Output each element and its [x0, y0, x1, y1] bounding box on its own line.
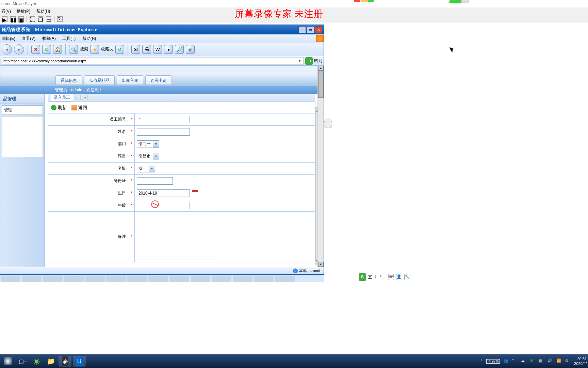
edit-button[interactable]: W [153, 45, 162, 54]
tray-chevron-icon[interactable]: ˄ [481, 359, 483, 364]
ime-toolbar[interactable]: S 五 ☾ °， ⌨ 👤 🔧 [359, 273, 410, 281]
minimize-button[interactable]: ─ [298, 26, 306, 33]
assistant-icon[interactable] [324, 119, 332, 128]
forward-button[interactable]: ► [14, 44, 24, 55]
remark-textarea[interactable] [137, 214, 213, 260]
system-tray[interactable]: ˄ 🔌97% 👥 ˄ ☁ ✉ ▦ 🔊 📶 ⊘ 20:51 2020/4/ [481, 356, 587, 366]
sidebar-section-products[interactable]: 品管理 [0, 94, 44, 104]
address-dropdown-icon[interactable]: ▾ [297, 58, 302, 64]
separator [27, 16, 27, 22]
scroll-thumb[interactable] [318, 71, 324, 98]
favorites-icon[interactable]: ★ [90, 45, 99, 54]
history-button[interactable]: ↺ [115, 45, 124, 54]
go-button[interactable]: ➜ [305, 57, 313, 65]
player-pause-icon[interactable]: ▮▮ [10, 16, 16, 22]
ie-menu-fav[interactable]: 收藏(A) [42, 36, 56, 41]
tab-stock-io[interactable]: 出库入库 [117, 75, 143, 85]
player-fit-icon[interactable]: ⛶ [30, 16, 35, 22]
origin-select[interactable]: 南昌市▼ [137, 153, 159, 160]
research-button[interactable]: 🔎 [175, 45, 184, 54]
tray-up-icon[interactable]: ˄ [512, 358, 518, 364]
player-menu-view[interactable]: 看(V) [1, 9, 11, 14]
player-menu-help[interactable]: 帮助(H) [36, 9, 50, 14]
address-input[interactable]: http://localhost:28852/dizhiyihao/admin/… [2, 58, 304, 64]
wifi-icon[interactable]: 📶 [556, 358, 562, 364]
scroll-down-icon[interactable]: ▼ [318, 262, 324, 267]
moon-icon[interactable]: ☾ [374, 275, 378, 279]
calendar-icon[interactable] [192, 190, 198, 196]
search-label[interactable]: 搜索 [80, 46, 88, 52]
back-action[interactable]: 返回 [71, 105, 87, 111]
player-full-icon[interactable]: ▭ [46, 16, 51, 22]
ime-punct-icon[interactable]: °， [380, 274, 386, 280]
print-button[interactable]: 🖶 [142, 45, 151, 54]
stop-button[interactable]: ✖ [31, 45, 40, 54]
ie-titlebar[interactable]: 耗品管理系统 - Microsoft Internet Explorer ─ ▭… [0, 25, 324, 34]
dept-select[interactable]: 部门一▼ [137, 140, 159, 148]
required-icon: * [131, 234, 132, 239]
explorer-taskbar-button[interactable]: 📁 [44, 356, 57, 367]
birthday-input[interactable] [137, 189, 190, 197]
browser-taskbar-button[interactable]: ◉ [30, 356, 43, 367]
scroll-up-icon[interactable]: ▲ [318, 66, 324, 71]
volume-icon[interactable]: 🔊 [548, 358, 553, 364]
taskview-button[interactable]: ▢▫ [16, 356, 29, 367]
refresh-button[interactable]: ↻ [42, 45, 51, 54]
tray-app-icon[interactable]: ▦ [539, 358, 544, 364]
app-header: 系统信息 低值易耗品 出库入库 购买申请 [0, 66, 317, 87]
windows-icon [4, 357, 12, 365]
refresh-icon [51, 105, 56, 110]
age-input[interactable] [137, 202, 190, 209]
clock[interactable]: 20:51 2020/4/ [574, 356, 587, 366]
player-menu-play[interactable]: 播放(P) [17, 9, 30, 14]
refresh-action[interactable]: 刷新 [51, 105, 67, 111]
nation-select[interactable]: 汉▼ [137, 165, 155, 172]
tab-system-info[interactable]: 系统信息 [55, 75, 82, 85]
inner-tab-add-employee[interactable]: 录入员工 [51, 94, 73, 102]
inner-tab-close-icon[interactable]: × [75, 95, 81, 100]
app2-taskbar-button[interactable]: U [73, 356, 86, 367]
user-icon[interactable]: 👤 [396, 274, 402, 280]
ie-menu-view[interactable]: 查看(V) [22, 36, 35, 41]
app1-taskbar-button[interactable]: ◈ [59, 356, 71, 367]
home-button[interactable]: 🏠 [53, 45, 62, 54]
back-button[interactable]: ◄ [2, 44, 12, 55]
search-icon[interactable]: 🔍 [69, 45, 78, 54]
idcard-input[interactable] [137, 177, 173, 185]
settings-icon[interactable]: 🔧 [404, 274, 410, 280]
emp-no-input[interactable] [137, 116, 190, 123]
ie-menu-edit[interactable]: 编辑(E) [2, 36, 15, 41]
go-label[interactable]: 转到 [314, 58, 322, 64]
mail-button[interactable]: ✉ [131, 45, 140, 54]
ie-menu-tools[interactable]: 工具(T) [62, 36, 76, 41]
action-bar: 刷新 返回 [48, 102, 315, 113]
sidebar-item-manage[interactable]: 管理 [2, 105, 43, 115]
player-play-icon[interactable]: ▶ [2, 16, 7, 22]
tab-consumables[interactable]: 低值易耗品 [84, 75, 115, 85]
wechat-tray-icon[interactable]: ✉ [530, 358, 535, 364]
inner-tab-menu-icon[interactable]: ▾ [83, 95, 88, 100]
zone-label: 本地 Intranet [299, 268, 320, 273]
discuss-button[interactable]: ▾ [164, 45, 173, 54]
name-input[interactable] [137, 128, 190, 136]
player-help-icon[interactable]: ? [57, 16, 63, 22]
windows-taskbar[interactable]: ▢▫ ◉ 📁 ◈ U ˄ 🔌97% 👥 ˄ ☁ ✉ ▦ 🔊 📶 ⊘ 20:51 … [0, 354, 588, 368]
maximize-button[interactable]: ▭ [307, 26, 314, 33]
onedrive-icon[interactable]: ☁ [521, 358, 526, 364]
page-scrollbar[interactable]: ▲ ▼ [317, 66, 324, 267]
sidebar-blank [2, 116, 43, 157]
block-icon[interactable]: ⊘ [565, 358, 571, 364]
start-button[interactable] [1, 356, 14, 367]
ime-logo-icon[interactable]: S [359, 273, 366, 281]
favorites-label[interactable]: 收藏夹 [101, 46, 113, 52]
tab-purchase-request[interactable]: 购买申请 [145, 75, 172, 85]
close-button[interactable]: ✕ [315, 26, 322, 33]
messenger-button[interactable]: ◉ [186, 45, 195, 54]
ie-menu-help[interactable]: 帮助(H) [82, 36, 96, 41]
player-window-icon[interactable]: ❐ [38, 16, 43, 22]
required-icon: * [131, 142, 132, 147]
keyboard-icon[interactable]: ⌨ [388, 274, 394, 280]
people-icon[interactable]: 👥 [503, 358, 509, 364]
battery-icon[interactable]: 🔌97% [486, 359, 500, 364]
player-record-icon[interactable]: ▣ [18, 16, 24, 22]
